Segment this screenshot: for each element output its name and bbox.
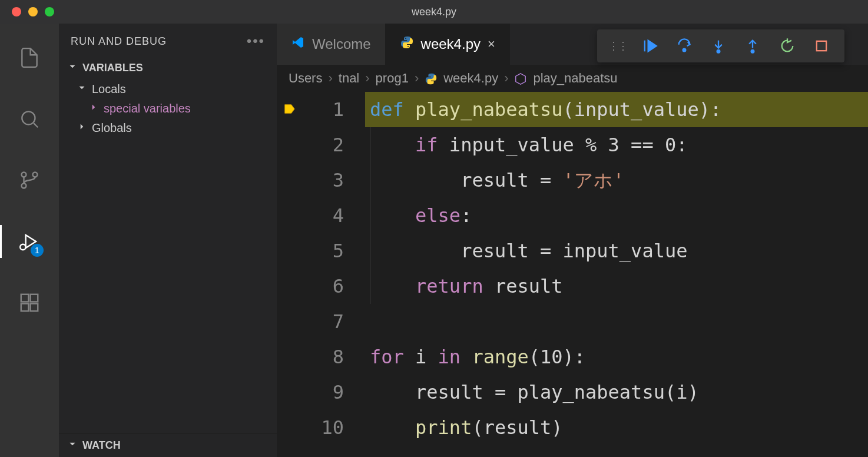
vscode-icon bbox=[291, 35, 305, 53]
code-line[interactable]: result = play_nabeatsu(i) bbox=[365, 375, 868, 410]
tab-label: week4.py bbox=[421, 36, 481, 52]
svg-rect-10 bbox=[31, 304, 38, 312]
line-number: 6 bbox=[277, 269, 344, 304]
source-control-tab[interactable] bbox=[0, 164, 59, 197]
code-line[interactable]: result = 'アホ' bbox=[365, 163, 868, 198]
chevron-right-icon bbox=[88, 102, 99, 115]
stop-button[interactable] bbox=[810, 34, 833, 58]
special-variables-label: special variables bbox=[104, 102, 191, 115]
code-line[interactable]: def play_nabeatsu(input_value): bbox=[365, 92, 868, 127]
editor-area: Welcome week4.py × Users › tnal › prog1 … bbox=[277, 24, 868, 457]
svg-rect-9 bbox=[21, 304, 29, 312]
tab-week4[interactable]: week4.py × bbox=[386, 24, 510, 65]
line-number: 10 bbox=[277, 410, 344, 445]
traffic-lights bbox=[0, 7, 54, 16]
sidebar-header: RUN AND DEBUG ••• bbox=[59, 24, 277, 57]
svg-point-13 bbox=[683, 49, 685, 52]
run-debug-tab[interactable]: 1 bbox=[0, 225, 59, 258]
svg-marker-12 bbox=[648, 41, 657, 52]
variables-section[interactable]: VARIABLES bbox=[59, 57, 277, 80]
globals-label: Globals bbox=[92, 121, 132, 135]
window-minimize-button[interactable] bbox=[28, 7, 38, 16]
code-line[interactable]: return result bbox=[365, 269, 868, 304]
tab-welcome[interactable]: Welcome bbox=[277, 24, 386, 65]
branch-icon bbox=[18, 169, 41, 191]
svg-rect-8 bbox=[31, 294, 38, 302]
gutter: 1 2 3 4 5 6 7 8 9 10 bbox=[277, 92, 365, 457]
code-line[interactable]: for i in range(10): bbox=[365, 339, 868, 375]
watch-title: WATCH bbox=[82, 439, 121, 452]
line-number: 4 bbox=[277, 198, 344, 233]
window-close-button[interactable] bbox=[12, 7, 21, 16]
code-line[interactable]: else: bbox=[365, 198, 868, 233]
svg-point-4 bbox=[33, 173, 38, 177]
explorer-tab[interactable] bbox=[0, 41, 59, 74]
breadcrumb-part[interactable]: play_nabeatsu bbox=[533, 71, 617, 86]
breadcrumb-part[interactable]: tnal bbox=[339, 71, 359, 86]
window-maximize-button[interactable] bbox=[45, 7, 54, 16]
search-tab[interactable] bbox=[0, 102, 59, 135]
line-number: 7 bbox=[277, 304, 344, 339]
python-icon bbox=[425, 71, 438, 86]
code-content[interactable]: def play_nabeatsu(input_value): if input… bbox=[365, 92, 868, 457]
python-icon bbox=[400, 35, 414, 53]
debug-current-line-icon bbox=[283, 102, 296, 115]
chevron-right-icon: › bbox=[415, 71, 419, 86]
line-number: 5 bbox=[277, 233, 344, 269]
search-icon bbox=[18, 108, 41, 130]
activity-bar: 1 bbox=[0, 24, 59, 457]
svg-rect-18 bbox=[817, 41, 826, 51]
titlebar: week4.py bbox=[0, 0, 868, 24]
line-number: 8 bbox=[277, 339, 344, 375]
watch-section[interactable]: WATCH bbox=[59, 434, 277, 457]
code-line[interactable] bbox=[365, 304, 868, 339]
grip-icon[interactable]: ⋮⋮ bbox=[608, 39, 627, 52]
debug-toolbar[interactable]: ⋮⋮ bbox=[597, 29, 844, 62]
special-variables-node[interactable]: special variables bbox=[59, 99, 277, 118]
step-into-button[interactable] bbox=[707, 34, 730, 58]
locals-label: Locals bbox=[92, 82, 126, 96]
line-number: 3 bbox=[277, 163, 344, 198]
breadcrumb-part[interactable]: Users bbox=[289, 71, 322, 86]
breadcrumb-part[interactable]: prog1 bbox=[376, 71, 409, 86]
restart-button[interactable] bbox=[776, 34, 799, 58]
sidebar-more-icon[interactable]: ••• bbox=[247, 33, 265, 49]
line-number: 9 bbox=[277, 375, 344, 410]
svg-point-17 bbox=[751, 50, 754, 53]
svg-point-6 bbox=[20, 244, 26, 250]
chevron-right-icon: › bbox=[365, 71, 369, 86]
files-icon bbox=[18, 47, 41, 69]
svg-rect-7 bbox=[21, 294, 29, 302]
debug-badge: 1 bbox=[31, 244, 44, 257]
chevron-right-icon bbox=[77, 121, 87, 135]
locals-node[interactable]: Locals bbox=[59, 80, 277, 99]
svg-line-1 bbox=[34, 123, 38, 127]
step-out-button[interactable] bbox=[741, 34, 764, 58]
chevron-down-icon bbox=[67, 439, 78, 452]
chevron-right-icon: › bbox=[328, 71, 332, 86]
code-line[interactable]: print(result) bbox=[365, 410, 868, 445]
svg-point-3 bbox=[22, 184, 26, 188]
code-line[interactable]: result = input_value bbox=[365, 233, 868, 269]
symbol-function-icon bbox=[514, 71, 527, 86]
window-title: week4.py bbox=[412, 6, 456, 18]
breadcrumb-part[interactable]: week4.py bbox=[443, 71, 498, 86]
step-over-button[interactable] bbox=[672, 34, 696, 58]
code-editor[interactable]: 1 2 3 4 5 6 7 8 9 10 def play_nabeatsu(i… bbox=[277, 92, 868, 457]
indent-guide bbox=[370, 127, 370, 304]
extensions-icon bbox=[18, 292, 41, 314]
tab-label: Welcome bbox=[312, 36, 371, 52]
svg-point-2 bbox=[22, 173, 26, 177]
chevron-right-icon: › bbox=[504, 71, 508, 86]
continue-button[interactable] bbox=[638, 34, 661, 58]
variables-title: VARIABLES bbox=[82, 62, 143, 74]
code-line[interactable]: if input_value % 3 == 0: bbox=[365, 127, 868, 163]
line-number: 2 bbox=[277, 127, 344, 163]
svg-point-15 bbox=[717, 50, 720, 53]
sidebar-title: RUN AND DEBUG bbox=[71, 35, 167, 48]
close-icon[interactable]: × bbox=[488, 37, 495, 52]
extensions-tab[interactable] bbox=[0, 286, 59, 319]
breadcrumb[interactable]: Users › tnal › prog1 › week4.py › play_n… bbox=[277, 65, 868, 92]
chevron-down-icon bbox=[77, 82, 87, 96]
globals-node[interactable]: Globals bbox=[59, 118, 277, 138]
